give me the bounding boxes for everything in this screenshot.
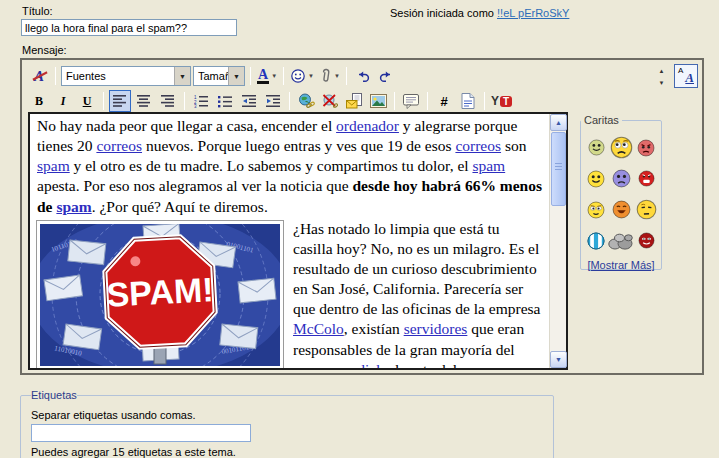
- italic-button[interactable]: I: [52, 90, 74, 112]
- insert-emoticon-button[interactable]: ▼: [289, 65, 315, 87]
- bold-button[interactable]: B: [28, 90, 50, 112]
- etiquetas-input[interactable]: [31, 424, 251, 442]
- editor-link[interactable]: McColo: [293, 320, 344, 337]
- insert-quote-button[interactable]: [400, 90, 422, 112]
- paperclip-icon: [318, 68, 332, 84]
- etiquetas-note: Puedes agregar 15 etiquetas a este tema.: [31, 446, 553, 458]
- editor-text: . ¿Por qué? Aquí te diremos.: [92, 198, 268, 215]
- editor-link[interactable]: ordenador: [336, 117, 399, 134]
- toolbar-separator: [103, 92, 104, 110]
- link-globe-icon: [298, 93, 315, 109]
- emoticon-rocks-gray-icon[interactable]: [608, 232, 634, 250]
- undo-icon: [354, 69, 371, 83]
- editor-link[interactable]: correos: [96, 137, 142, 154]
- hash-button[interactable]: #: [433, 90, 455, 112]
- emoticon-smug-yellow-icon[interactable]: [587, 201, 605, 219]
- youtube-icon: YT: [491, 94, 512, 108]
- editor-text: y el otro es de tu madre. Lo sabemos y c…: [70, 157, 473, 174]
- editor-link[interactable]: spam mundial: [293, 361, 380, 368]
- emoticon-shout-red-icon[interactable]: [638, 170, 655, 187]
- numbered-list-button[interactable]: 123: [190, 90, 212, 112]
- bullet-list-button[interactable]: [214, 90, 236, 112]
- redo-button[interactable]: [376, 65, 398, 87]
- chevron-down-icon[interactable]: ▼: [271, 73, 277, 79]
- indent-button[interactable]: [262, 90, 284, 112]
- editor-link[interactable]: spam: [37, 157, 70, 174]
- undo-button[interactable]: [352, 65, 374, 87]
- outdent-button[interactable]: [238, 90, 260, 112]
- editor-text: , el parte del: [380, 361, 457, 368]
- caritas-grid: [581, 132, 661, 256]
- align-right-button[interactable]: [157, 90, 179, 112]
- insert-image-button[interactable]: [367, 90, 389, 112]
- emoticon-ball-blue-icon[interactable]: [587, 232, 605, 250]
- session-user-link[interactable]: !!eL pErRoSkY: [497, 7, 569, 19]
- emoticon-worried-yellow-icon[interactable]: [610, 136, 633, 159]
- mensaje-label: Mensaje:: [22, 44, 67, 56]
- etiquetas-instruction: Separar etiquetas usando comas.: [31, 409, 553, 421]
- scroll-up-icon[interactable]: ▲: [550, 114, 567, 131]
- editor-paragraph-1: No hay nada peor que llegar a casa, ence…: [37, 116, 542, 217]
- emoticon-smile-green-icon[interactable]: [588, 139, 605, 156]
- align-right-icon: [161, 95, 175, 107]
- align-center-button[interactable]: [133, 90, 155, 112]
- emoticon-laugh-orange-icon[interactable]: [612, 200, 631, 219]
- editor-scrollbar[interactable]: ▲ ▼: [549, 114, 566, 368]
- caritas-panel: Caritas [Mostrar Más]: [580, 114, 662, 270]
- image-icon: [370, 94, 387, 108]
- chevron-down-icon[interactable]: ▼: [228, 67, 244, 85]
- chevron-down-icon[interactable]: ▼: [174, 67, 190, 85]
- youtube-button[interactable]: YT: [490, 90, 513, 112]
- toolbar-expand-icon[interactable]: ▲: [655, 66, 668, 75]
- richtext-toggle-button[interactable]: A A: [674, 64, 698, 88]
- editor-text: son: [501, 137, 526, 154]
- editor-link[interactable]: correos: [455, 137, 501, 154]
- smiley-icon: [290, 68, 306, 84]
- emoticon-smile-yellow-icon[interactable]: [587, 170, 605, 188]
- attach-file-button[interactable]: ▼: [317, 65, 341, 87]
- rich-text-icon: A: [685, 70, 694, 86]
- size-dropdown-value: Tamañ: [194, 70, 228, 82]
- emoticon-devil-red-icon[interactable]: [638, 232, 655, 249]
- fonts-dropdown-value: Fuentes: [62, 70, 174, 82]
- font-style-icon[interactable]: A: [28, 65, 50, 87]
- toolbar-row-1: A Fuentes ▼ Tamañ ▼ A ▼ ▼ ▼: [28, 64, 398, 88]
- mostrar-mas-link[interactable]: [Mostrar Más]: [581, 259, 661, 271]
- caritas-legend: Caritas: [581, 114, 622, 126]
- underline-button[interactable]: U: [76, 90, 98, 112]
- editor-link[interactable]: spam: [56, 198, 91, 215]
- toolbar-separator: [427, 92, 428, 110]
- titulo-label: Título:: [22, 5, 53, 17]
- scroll-down-icon[interactable]: ▼: [550, 351, 567, 368]
- unlink-globe-icon: [322, 93, 339, 109]
- svg-text:SPAM!: SPAM!: [106, 270, 215, 314]
- editor-text: ¿Has notado lo limpia que está tu casill…: [293, 220, 540, 318]
- toolbar-separator: [184, 92, 185, 110]
- editor-content[interactable]: No hay nada peor que llegar a casa, ence…: [30, 114, 549, 368]
- insert-link-button[interactable]: [295, 90, 317, 112]
- chevron-down-icon[interactable]: ▼: [308, 73, 314, 79]
- editor-link[interactable]: spam: [472, 157, 505, 174]
- spam-image: 10110100 01001101 11010010 00101101: [37, 221, 283, 368]
- outdent-icon: [242, 95, 257, 108]
- align-left-button[interactable]: [109, 90, 131, 112]
- insert-email-button[interactable]: [343, 90, 365, 112]
- chevron-down-icon[interactable]: ▼: [334, 73, 340, 79]
- font-color-button[interactable]: A ▼: [256, 65, 278, 87]
- numbered-list-icon: 123: [194, 95, 208, 108]
- toolbar-collapse-icon[interactable]: ▼: [655, 78, 668, 87]
- svg-text:3: 3: [194, 104, 197, 108]
- emoticon-angry-pink-icon[interactable]: [637, 139, 655, 157]
- editor-link[interactable]: servidores: [404, 320, 468, 337]
- fonts-dropdown[interactable]: Fuentes ▼: [61, 66, 191, 86]
- size-dropdown[interactable]: Tamañ ▼: [193, 66, 245, 86]
- remove-link-button[interactable]: [319, 90, 341, 112]
- code-page-button[interactable]: [457, 90, 479, 112]
- emoticon-sleepy-yellow-icon[interactable]: [636, 199, 657, 220]
- editor-text: No hay nada peor que llegar a casa, ence…: [37, 117, 336, 134]
- bullet-list-icon: [218, 95, 232, 108]
- emoticon-sad-purple-icon[interactable]: [612, 169, 631, 188]
- titulo-input[interactable]: [21, 19, 237, 36]
- editor-text-area[interactable]: No hay nada peor que llegar a casa, ence…: [28, 112, 568, 370]
- scrollbar-thumb[interactable]: [551, 132, 566, 206]
